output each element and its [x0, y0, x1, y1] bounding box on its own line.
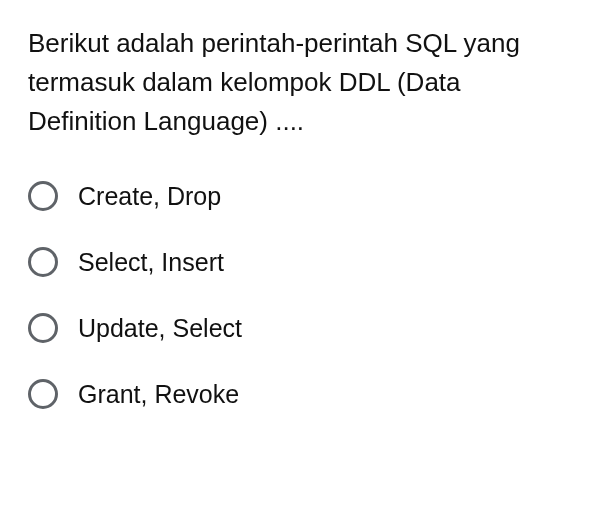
option-0[interactable]: Create, Drop — [28, 181, 572, 211]
option-label: Select, Insert — [78, 248, 224, 277]
options-list: Create, Drop Select, Insert Update, Sele… — [28, 181, 572, 409]
option-1[interactable]: Select, Insert — [28, 247, 572, 277]
option-label: Grant, Revoke — [78, 380, 239, 409]
radio-icon — [28, 379, 58, 409]
radio-icon — [28, 181, 58, 211]
option-2[interactable]: Update, Select — [28, 313, 572, 343]
question-text: Berikut adalah perintah-perintah SQL yan… — [28, 24, 572, 141]
option-label: Create, Drop — [78, 182, 221, 211]
radio-icon — [28, 247, 58, 277]
option-3[interactable]: Grant, Revoke — [28, 379, 572, 409]
option-label: Update, Select — [78, 314, 242, 343]
radio-icon — [28, 313, 58, 343]
